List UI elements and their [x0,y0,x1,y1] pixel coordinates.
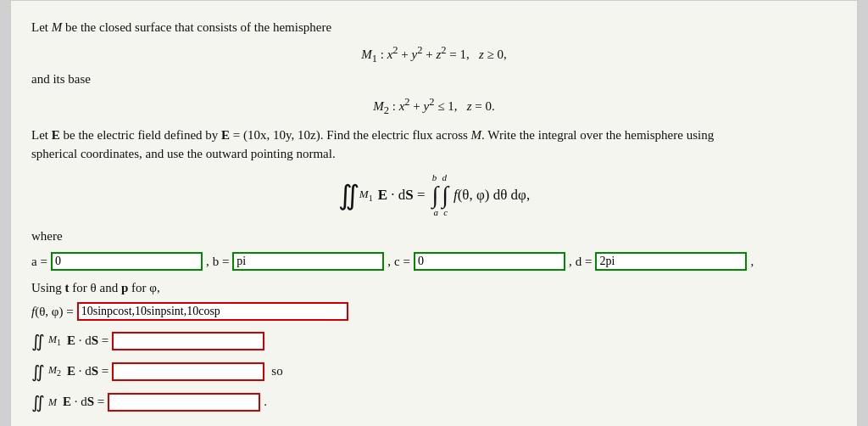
integral-display: ∬ M1 E · dS = b ∫ a d ∫ c f(θ, φ) dθ dφ, [31,171,837,220]
a-input[interactable] [51,252,203,271]
comma2: , [387,252,391,272]
E-definition-block: Let E be the electric field defined by E… [31,126,837,164]
using-t-p-text: Using t for θ and p for φ, [31,278,837,298]
first-integral-block: b ∫ a [432,171,439,220]
M-integral-row: ∬ M E · dS = . [31,390,837,415]
c-label: c = [394,252,410,272]
b-input[interactable] [232,252,384,271]
d-label: d = [576,252,593,272]
M1-integral-row: ∬ M1 E · dS = [31,328,837,354]
comma3: , [569,252,572,272]
and-base-line: and its base [31,70,837,89]
E-intro: Let [31,128,52,142]
E-dS-label: E · dS = [378,184,426,206]
M-ref: M [471,128,482,142]
and-base-text: and its base [31,72,91,86]
M2-formula-line: M2 : x2 + y2 ≤ 1, z = 0. [31,94,837,119]
so-label: so [271,362,282,381]
problem-statement: Let M be the closed surface that consist… [31,18,837,37]
M1-sub-label: M1 [48,332,61,349]
M2-sub-label: M2 [48,362,61,379]
problem-intro: Let [31,20,52,34]
M1-double-int: ∬ [31,328,45,354]
E-bold2: E [221,128,230,142]
M-answer-input[interactable] [108,393,260,412]
integrand-text: f(θ, φ) dθ dφ, [453,184,530,206]
spherical-text: spherical coordinates, and use the outwa… [31,147,336,160]
second-integral-block: d ∫ c [442,171,448,220]
M1-formula: M1 : x2 + y2 + z2 = 1, z ≥ 0, [361,48,507,61]
M-E-dS: E · dS = [63,392,104,412]
M2-integral-row: ∬ M2 E · dS = so [31,359,837,384]
where-label: where [31,227,837,246]
M-sub-label: M [48,395,57,410]
f-value-input[interactable] [77,302,348,321]
E-text: be the electric field defined by [60,128,221,142]
limits-input-row: a = , b = , c = , d = , [31,252,837,272]
comma4: , [750,252,754,272]
M1-formula-line: M1 : x2 + y2 + z2 = 1, z ≥ 0, [31,42,837,67]
E-bold-symbol: E [52,128,60,142]
problem-text1: be the closed surface that consists of t… [62,20,331,34]
M2-double-int: ∬ [31,359,45,384]
M2-answer-input[interactable] [112,362,264,381]
using-text: Using t for θ and p for φ, [31,281,160,294]
a-label: a = [31,252,47,272]
E-text2: . Write the integral over the hemisphere… [481,128,714,142]
f-definition-row: f(θ, φ) = [31,302,837,322]
M1-E-dS: E · dS = [67,331,108,350]
d-input[interactable] [595,252,747,271]
comma1: , [206,252,209,272]
b-label: b = [213,252,230,272]
M1-answer-input[interactable] [112,332,264,350]
main-page: Let M be the closed surface that consist… [10,0,858,426]
c-input[interactable] [414,252,565,271]
M2-formula: M2 : x2 + y2 ≤ 1, z = 0. [373,99,495,113]
M-symbol: M [52,20,63,34]
M2-E-dS: E · dS = [67,362,108,381]
period-final: . [264,392,267,412]
double-integral-symbol: ∬ [338,182,359,209]
M1-subscript: M1 [359,186,373,205]
E-formula-text: = (10x, 10y, 10z). Find the electric flu… [230,128,471,142]
M-double-int: ∬ [31,390,45,415]
f-def-label: f(θ, φ) = [31,302,74,322]
